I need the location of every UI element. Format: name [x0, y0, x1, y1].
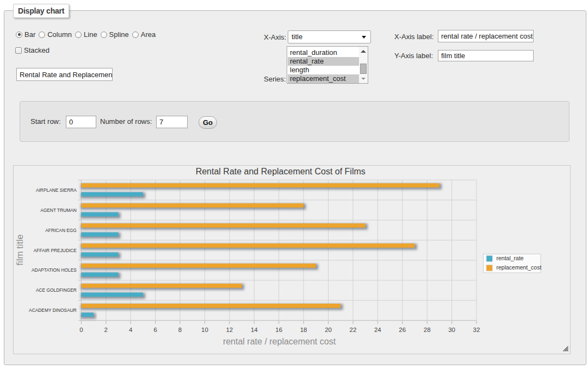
svg-text:8: 8 — [178, 327, 182, 333]
svg-text:rental rate / replacement cost: rental rate / replacement cost — [223, 337, 336, 346]
svg-text:20: 20 — [325, 327, 332, 333]
svg-text:AGENT TRUMAN: AGENT TRUMAN — [40, 208, 77, 213]
svg-text:Rental Rate and Replacement Co: Rental Rate and Replacement Cost of Film… — [196, 167, 366, 176]
svg-text:AFRICAN EGG: AFRICAN EGG — [45, 228, 77, 233]
svg-text:ACADEMY DINOSAUR: ACADEMY DINOSAUR — [29, 308, 77, 313]
svg-text:0: 0 — [79, 327, 83, 333]
svg-text:12: 12 — [226, 327, 233, 333]
svg-text:22: 22 — [350, 327, 357, 333]
svg-text:26: 26 — [399, 327, 406, 333]
svg-text:16: 16 — [275, 327, 282, 333]
svg-text:30: 30 — [448, 327, 455, 333]
svg-text:32: 32 — [473, 327, 480, 333]
svg-text:replacement_cost: replacement_cost — [497, 264, 542, 271]
svg-text:ADAPTATION HOLES: ADAPTATION HOLES — [32, 267, 77, 273]
svg-text:AFFAIR PREJUDICE: AFFAIR PREJUDICE — [34, 248, 77, 253]
svg-text:10: 10 — [201, 327, 208, 333]
svg-text:2: 2 — [104, 327, 108, 333]
svg-text:14: 14 — [251, 327, 258, 333]
svg-text:rental_rate: rental_rate — [497, 255, 524, 261]
svg-text:AIRPLANE SIERRA: AIRPLANE SIERRA — [36, 187, 77, 193]
svg-text:4: 4 — [129, 327, 133, 333]
svg-text:24: 24 — [374, 327, 381, 333]
svg-text:ACE GOLDFINGER: ACE GOLDFINGER — [36, 287, 77, 293]
svg-text:6: 6 — [153, 327, 157, 333]
svg-text:film title: film title — [15, 234, 25, 266]
svg-text:28: 28 — [424, 327, 431, 333]
svg-text:18: 18 — [300, 327, 307, 333]
